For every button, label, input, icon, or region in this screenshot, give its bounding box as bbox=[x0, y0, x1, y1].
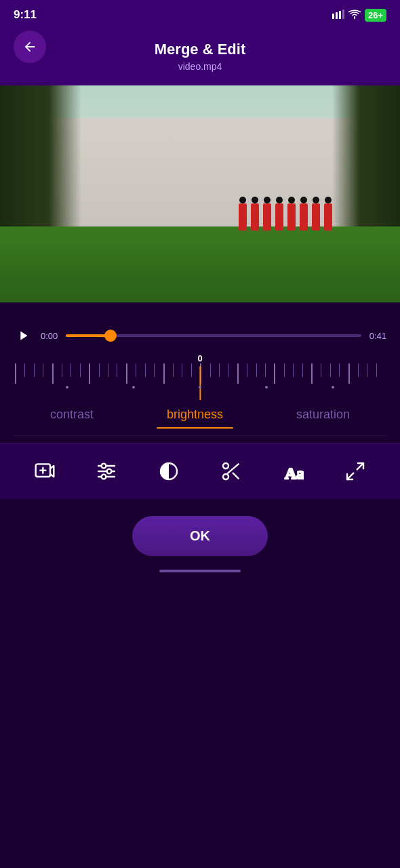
ruler-dots bbox=[14, 386, 386, 389]
status-bar: 9:11 26+ bbox=[0, 0, 400, 27]
cursor-value: 0 bbox=[197, 353, 202, 363]
video-plus-button[interactable] bbox=[27, 454, 62, 489]
status-icons: 26+ bbox=[332, 9, 386, 22]
svg-text:Aa: Aa bbox=[285, 465, 304, 482]
filename-label: video.mp4 bbox=[178, 61, 222, 72]
battery-badge: 26+ bbox=[365, 9, 386, 22]
video-preview bbox=[0, 85, 400, 302]
ok-area: OK bbox=[0, 499, 400, 593]
page-title: Merge & Edit bbox=[155, 41, 245, 58]
controls-area: 0:00 0:41 0 bbox=[0, 316, 400, 443]
color-button[interactable] bbox=[151, 454, 186, 489]
svg-rect-0 bbox=[332, 14, 334, 19]
bottom-toolbar: Aa bbox=[0, 443, 400, 499]
svg-point-15 bbox=[223, 474, 228, 479]
expand-button[interactable] bbox=[338, 454, 373, 489]
saturation-label[interactable]: saturation bbox=[286, 404, 360, 425]
svg-line-20 bbox=[347, 473, 353, 479]
svg-line-16 bbox=[228, 464, 239, 473]
timeline-ruler[interactable]: 0 bbox=[14, 353, 386, 394]
dark-spacer bbox=[0, 302, 400, 316]
wifi-icon bbox=[348, 9, 361, 21]
svg-point-11 bbox=[107, 469, 112, 474]
svg-line-19 bbox=[357, 463, 363, 469]
ok-button[interactable]: OK bbox=[132, 516, 268, 556]
guard-figures bbox=[239, 203, 332, 231]
svg-line-17 bbox=[233, 473, 238, 479]
back-button[interactable] bbox=[14, 31, 46, 63]
progress-bar[interactable] bbox=[66, 334, 361, 337]
ruler-cursor: 0 bbox=[197, 353, 202, 400]
header: Merge & Edit video.mp4 bbox=[0, 27, 400, 85]
svg-rect-1 bbox=[336, 12, 338, 19]
svg-point-10 bbox=[102, 464, 106, 469]
sliders-button[interactable] bbox=[89, 454, 124, 489]
adjustment-labels: contrast brightness saturation bbox=[14, 397, 386, 436]
scissors-button[interactable] bbox=[214, 454, 249, 489]
signal-icon bbox=[332, 9, 344, 21]
time-end: 0:41 bbox=[369, 331, 386, 341]
status-time: 9:11 bbox=[14, 8, 37, 22]
svg-rect-2 bbox=[339, 11, 341, 19]
contrast-label[interactable]: contrast bbox=[40, 404, 104, 425]
cursor-line bbox=[199, 366, 201, 400]
svg-point-12 bbox=[102, 475, 106, 479]
progress-thumb[interactable] bbox=[104, 330, 117, 342]
home-indicator bbox=[159, 570, 241, 572]
svg-point-14 bbox=[223, 463, 228, 469]
svg-rect-3 bbox=[342, 9, 344, 19]
progress-section: 0:00 0:41 bbox=[14, 326, 386, 345]
play-button[interactable] bbox=[14, 326, 33, 345]
brightness-label[interactable]: brightness bbox=[157, 404, 233, 425]
time-start: 0:00 bbox=[41, 331, 58, 341]
text-button[interactable]: Aa bbox=[275, 454, 311, 489]
